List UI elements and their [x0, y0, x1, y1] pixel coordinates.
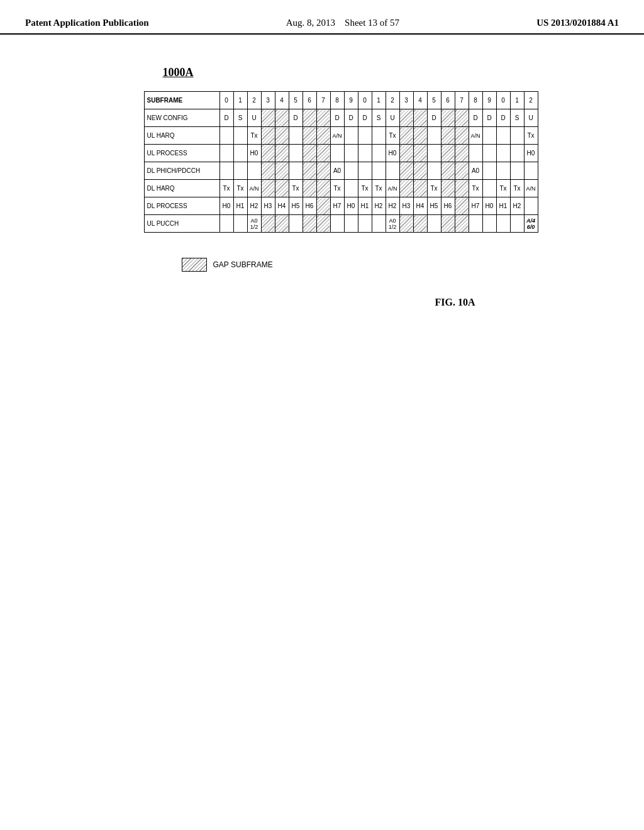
figure-caption: FIG. 10A [144, 297, 538, 308]
diagram-container: 1000A SUBFRAME 0 1 2 3 4 5 6 7 8 9 [144, 72, 538, 308]
patent-number: US 2013/0201884 A1 [536, 18, 619, 28]
page-header: Patent Application Publication Aug. 8, 2… [0, 0, 644, 35]
table-row-ul-harq: UL HARQ Tx A/N Tx [144, 127, 538, 145]
table-row-dl-process: DL PROCESS H0 H1 H2 H3 H4 H5 H6 H7 H0 H1… [144, 197, 538, 215]
table-row-new-config: NEW CONFIG D S U D D D D S U D [144, 109, 538, 127]
table-row-dl-phich: DL PHICH/PDCCH A0 [144, 162, 538, 180]
legend-label: GAP SUBFRAME [213, 260, 273, 269]
main-content: 1000A SUBFRAME 0 1 2 3 4 5 6 7 8 9 [0, 35, 644, 308]
date-sheet: Aug. 8, 2013 Sheet 13 of 57 [286, 18, 399, 28]
publication-title: Patent Application Publication [25, 18, 149, 28]
main-table: SUBFRAME 0 1 2 3 4 5 6 7 8 9 0 1 2 3 [144, 91, 538, 233]
table-row-header: SUBFRAME 0 1 2 3 4 5 6 7 8 9 0 1 2 3 [144, 92, 538, 109]
table-row-dl-harq: DL HARQ Tx Tx A/N Tx Tx Tx Tx A/N [144, 180, 538, 197]
legend-hatch-box [182, 258, 207, 272]
table-row-ul-process: UL PROCESS H0 H0 [144, 145, 538, 162]
figure-label: 1000A [163, 66, 194, 79]
table-row-ul-pucch: UL PUCCH A01/2 A01/2 [144, 215, 538, 233]
legend: GAP SUBFRAME [182, 258, 538, 272]
